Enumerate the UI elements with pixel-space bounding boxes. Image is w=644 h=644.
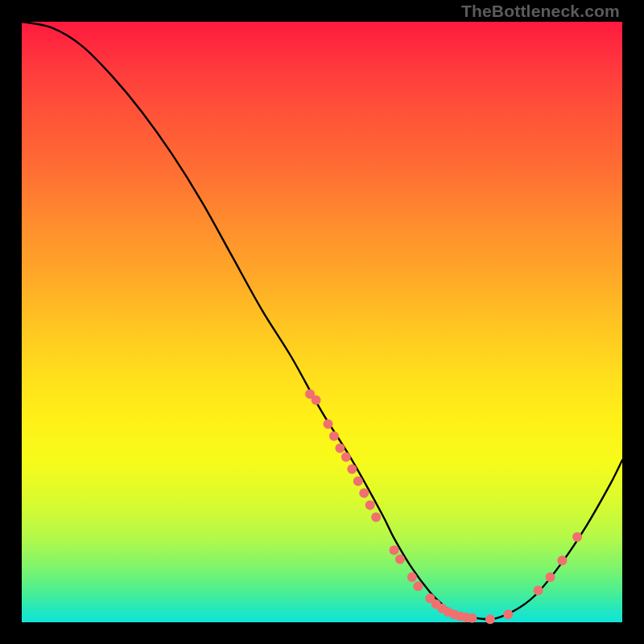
chart-frame: TheBottleneck.com (0, 0, 644, 644)
data-marker (347, 464, 357, 474)
bottleneck-curve (22, 22, 622, 619)
data-marker (545, 572, 555, 582)
data-marker (557, 555, 567, 565)
data-marker (371, 512, 381, 522)
data-marker (335, 444, 345, 453)
data-marker (572, 532, 582, 542)
data-marker (534, 585, 543, 595)
data-marker (353, 477, 363, 486)
data-marker (312, 395, 321, 405)
data-marker (390, 545, 399, 555)
data-marker (503, 609, 513, 619)
data-marker (323, 419, 332, 429)
chart-svg (22, 22, 622, 622)
data-marker (359, 489, 369, 498)
data-marker (395, 555, 405, 564)
data-marker (341, 452, 351, 462)
data-markers (305, 390, 582, 625)
data-marker (329, 431, 339, 441)
data-marker (365, 501, 375, 510)
data-marker (468, 613, 477, 623)
data-marker (407, 572, 417, 582)
data-marker (485, 614, 495, 624)
data-marker (413, 581, 423, 591)
brand-watermark: TheBottleneck.com (461, 2, 620, 21)
